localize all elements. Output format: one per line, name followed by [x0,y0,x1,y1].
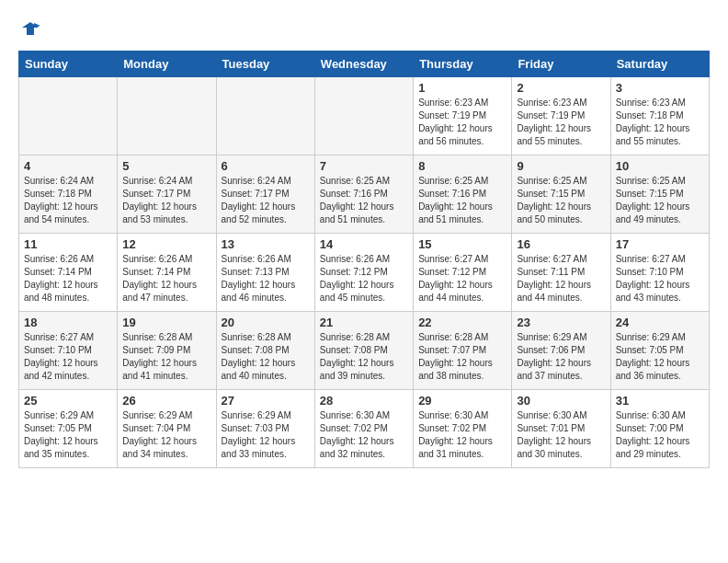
calendar-cell: 21Sunrise: 6:28 AM Sunset: 7:08 PM Dayli… [314,312,413,390]
calendar-cell: 12Sunrise: 6:26 AM Sunset: 7:14 PM Dayli… [118,234,216,312]
day-number: 31 [616,394,704,408]
day-number: 10 [616,159,704,173]
day-info: Sunrise: 6:26 AM Sunset: 7:14 PM Dayligh… [24,253,112,304]
week-row-1: 1Sunrise: 6:23 AM Sunset: 7:19 PM Daylig… [19,77,710,155]
day-info: Sunrise: 6:26 AM Sunset: 7:14 PM Dayligh… [122,253,210,304]
day-info: Sunrise: 6:30 AM Sunset: 7:02 PM Dayligh… [320,409,408,461]
day-number: 14 [320,237,408,251]
day-number: 2 [517,81,605,95]
day-number: 29 [418,394,506,408]
calendar-cell: 1Sunrise: 6:23 AM Sunset: 7:19 PM Daylig… [414,77,512,155]
calendar-cell: 26Sunrise: 6:29 AM Sunset: 7:04 PM Dayli… [118,390,216,468]
logo [18,18,40,43]
day-number: 6 [222,159,310,173]
calendar-cell: 2Sunrise: 6:23 AM Sunset: 7:19 PM Daylig… [512,77,610,155]
calendar-cell: 24Sunrise: 6:29 AM Sunset: 7:05 PM Dayli… [610,312,709,390]
day-info: Sunrise: 6:26 AM Sunset: 7:12 PM Dayligh… [320,253,408,304]
day-info: Sunrise: 6:29 AM Sunset: 7:04 PM Dayligh… [122,409,210,461]
day-info: Sunrise: 6:28 AM Sunset: 7:08 PM Dayligh… [222,331,310,383]
week-row-5: 25Sunrise: 6:29 AM Sunset: 7:05 PM Dayli… [19,390,710,468]
day-number: 23 [517,316,605,329]
calendar-cell: 27Sunrise: 6:29 AM Sunset: 7:03 PM Dayli… [216,390,314,468]
day-info: Sunrise: 6:28 AM Sunset: 7:08 PM Dayligh… [320,331,408,383]
calendar-cell: 29Sunrise: 6:30 AM Sunset: 7:02 PM Dayli… [414,390,512,468]
day-info: Sunrise: 6:25 AM Sunset: 7:16 PM Dayligh… [320,175,408,226]
day-number: 12 [122,237,210,251]
day-info: Sunrise: 6:23 AM Sunset: 7:19 PM Dayligh… [418,97,506,148]
calendar-cell: 13Sunrise: 6:26 AM Sunset: 7:13 PM Dayli… [216,234,314,312]
calendar-cell: 11Sunrise: 6:26 AM Sunset: 7:14 PM Dayli… [19,234,118,312]
day-info: Sunrise: 6:23 AM Sunset: 7:18 PM Dayligh… [616,97,704,148]
day-number: 11 [24,237,112,251]
calendar-cell: 3Sunrise: 6:23 AM Sunset: 7:18 PM Daylig… [610,77,709,155]
day-info: Sunrise: 6:30 AM Sunset: 7:00 PM Dayligh… [616,409,704,461]
day-number: 20 [222,316,310,329]
day-number: 1 [418,81,506,95]
day-info: Sunrise: 6:30 AM Sunset: 7:01 PM Dayligh… [517,409,605,461]
calendar-cell [314,77,413,155]
calendar-cell: 31Sunrise: 6:30 AM Sunset: 7:00 PM Dayli… [610,390,709,468]
day-number: 18 [24,316,112,329]
calendar: SundayMondayTuesdayWednesdayThursdayFrid… [18,51,710,468]
calendar-cell: 16Sunrise: 6:27 AM Sunset: 7:11 PM Dayli… [512,234,610,312]
day-number: 15 [418,237,506,251]
calendar-cell: 18Sunrise: 6:27 AM Sunset: 7:10 PM Dayli… [19,312,118,390]
calendar-cell: 25Sunrise: 6:29 AM Sunset: 7:05 PM Dayli… [19,390,118,468]
calendar-cell: 23Sunrise: 6:29 AM Sunset: 7:06 PM Dayli… [512,312,610,390]
day-info: Sunrise: 6:27 AM Sunset: 7:10 PM Dayligh… [616,253,704,304]
calendar-cell: 4Sunrise: 6:24 AM Sunset: 7:18 PM Daylig… [19,155,118,234]
calendar-cell [118,77,216,155]
day-info: Sunrise: 6:28 AM Sunset: 7:07 PM Dayligh… [418,331,506,383]
day-header-sunday: Sunday [19,52,118,77]
day-number: 17 [616,237,704,251]
day-number: 27 [222,394,310,408]
calendar-cell: 6Sunrise: 6:24 AM Sunset: 7:17 PM Daylig… [216,155,314,234]
week-row-3: 11Sunrise: 6:26 AM Sunset: 7:14 PM Dayli… [19,234,710,312]
day-header-saturday: Saturday [610,52,709,77]
day-number: 21 [320,316,408,329]
week-row-2: 4Sunrise: 6:24 AM Sunset: 7:18 PM Daylig… [19,155,710,234]
day-info: Sunrise: 6:26 AM Sunset: 7:13 PM Dayligh… [222,253,310,304]
day-info: Sunrise: 6:29 AM Sunset: 7:05 PM Dayligh… [24,409,112,461]
day-info: Sunrise: 6:30 AM Sunset: 7:02 PM Dayligh… [418,409,506,461]
calendar-cell: 17Sunrise: 6:27 AM Sunset: 7:10 PM Dayli… [610,234,709,312]
day-number: 13 [222,237,310,251]
header [18,18,710,43]
calendar-cell: 28Sunrise: 6:30 AM Sunset: 7:02 PM Dayli… [314,390,413,468]
day-number: 5 [122,159,210,173]
day-header-monday: Monday [118,52,216,77]
day-info: Sunrise: 6:23 AM Sunset: 7:19 PM Dayligh… [517,97,605,148]
day-info: Sunrise: 6:24 AM Sunset: 7:17 PM Dayligh… [122,175,210,226]
day-number: 16 [517,237,605,251]
day-number: 24 [616,316,704,329]
calendar-cell: 8Sunrise: 6:25 AM Sunset: 7:16 PM Daylig… [414,155,512,234]
calendar-cell: 7Sunrise: 6:25 AM Sunset: 7:16 PM Daylig… [314,155,413,234]
logo-bird-icon [20,18,40,39]
day-number: 22 [418,316,506,329]
day-info: Sunrise: 6:25 AM Sunset: 7:15 PM Dayligh… [517,175,605,226]
day-info: Sunrise: 6:27 AM Sunset: 7:10 PM Dayligh… [24,331,112,383]
day-info: Sunrise: 6:28 AM Sunset: 7:09 PM Dayligh… [122,331,210,383]
day-number: 30 [517,394,605,408]
day-number: 3 [616,81,704,95]
calendar-cell: 30Sunrise: 6:30 AM Sunset: 7:01 PM Dayli… [512,390,610,468]
day-info: Sunrise: 6:24 AM Sunset: 7:18 PM Dayligh… [24,175,112,226]
day-header-tuesday: Tuesday [216,52,314,77]
calendar-cell [216,77,314,155]
calendar-cell: 9Sunrise: 6:25 AM Sunset: 7:15 PM Daylig… [512,155,610,234]
day-info: Sunrise: 6:29 AM Sunset: 7:05 PM Dayligh… [616,331,704,383]
day-info: Sunrise: 6:29 AM Sunset: 7:03 PM Dayligh… [222,409,310,461]
day-number: 7 [320,159,408,173]
day-header-friday: Friday [512,52,610,77]
day-number: 28 [320,394,408,408]
day-header-thursday: Thursday [414,52,512,77]
week-row-4: 18Sunrise: 6:27 AM Sunset: 7:10 PM Dayli… [19,312,710,390]
calendar-cell: 10Sunrise: 6:25 AM Sunset: 7:15 PM Dayli… [610,155,709,234]
day-info: Sunrise: 6:27 AM Sunset: 7:11 PM Dayligh… [517,253,605,304]
calendar-cell: 15Sunrise: 6:27 AM Sunset: 7:12 PM Dayli… [414,234,512,312]
calendar-cell: 22Sunrise: 6:28 AM Sunset: 7:07 PM Dayli… [414,312,512,390]
day-info: Sunrise: 6:24 AM Sunset: 7:17 PM Dayligh… [222,175,310,226]
calendar-cell: 19Sunrise: 6:28 AM Sunset: 7:09 PM Dayli… [118,312,216,390]
calendar-cell: 5Sunrise: 6:24 AM Sunset: 7:17 PM Daylig… [118,155,216,234]
day-info: Sunrise: 6:25 AM Sunset: 7:16 PM Dayligh… [418,175,506,226]
